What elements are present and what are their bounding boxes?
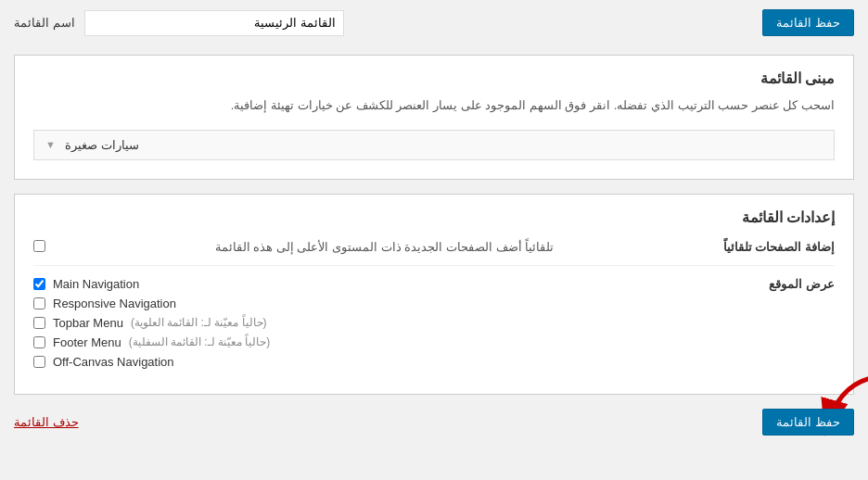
auto-pages-label: إضافة الصفحات تلقائياً [723,240,835,254]
responsive-nav-checkbox[interactable] [33,297,45,309]
menu-structure-card: مبنى القائمة اسحب كل عنصر حسب الترتيب ال… [14,55,854,180]
main-nav-label: Main Navigation [53,277,139,291]
menu-settings-card: إعدادات القائمة إضافة الصفحات تلقائياً ت… [14,194,854,395]
main-nav-checkbox[interactable] [33,278,45,290]
responsive-nav-label: Responsive Navigation [53,297,176,310]
footer-menu-note: (حالياً معيّنة لـ: القائمة السفلية) [129,335,271,348]
off-canvas-nav-checkbox[interactable] [33,356,45,368]
topbar-menu-checkbox[interactable] [33,317,45,329]
menu-name-label: اسم القائمة [14,16,75,30]
save-menu-button-top[interactable]: حفظ القائمة [762,9,854,36]
auto-pages-row: إضافة الصفحات تلقائياً تلقائياً أضف الصف… [33,240,835,266]
save-menu-button-bottom[interactable]: حفظ القائمة [762,409,854,436]
display-location-label: عرض الموقع [723,277,835,291]
menu-settings-title: إعدادات القائمة [33,208,835,226]
topbar-menu-note: (حالياً معيّنة لـ: القائمة العلوية) [131,316,267,329]
off-canvas-nav-label: Off-Canvas Navigation [53,355,174,369]
display-location-row: عرض الموقع Main Navigation Responsive Na… [33,277,835,380]
bottom-bar: حفظ القائمة حذف القائمة [14,409,854,436]
arrow-container: حفظ القائمة [762,409,854,436]
menu-name-input[interactable] [84,10,344,36]
checkbox-row-topbar-menu: (حالياً معيّنة لـ: القائمة العلوية) Topb… [33,316,267,330]
auto-pages-description: تلقائياً أضف الصفحات الجديدة ذات المستوى… [215,240,555,254]
menu-item-label: سيارات صغيرة [65,138,139,152]
menu-item[interactable]: سيارات صغيرة ▼ [33,130,835,160]
checkbox-row-main-nav: Main Navigation [33,277,147,291]
checkbox-row-footer-menu: (حالياً معيّنة لـ: القائمة السفلية) Foot… [33,335,270,349]
footer-menu-label: Footer Menu [53,335,121,349]
display-location-options: Main Navigation Responsive Navigation (ح… [33,277,270,369]
checkbox-row-off-canvas-nav: Off-Canvas Navigation [33,355,182,369]
footer-menu-checkbox[interactable] [33,336,45,348]
topbar-menu-label: Topbar Menu [53,316,123,330]
menu-item-arrow[interactable]: ▼ [45,139,56,150]
checkbox-row-responsive-nav: Responsive Navigation [33,297,184,310]
auto-pages-checkbox[interactable] [33,240,45,252]
menu-structure-description: اسحب كل عنصر حسب الترتيب الذي تفضله. انق… [33,96,835,116]
delete-menu-link[interactable]: حذف القائمة [14,415,79,429]
menu-structure-title: مبنى القائمة [33,69,835,87]
